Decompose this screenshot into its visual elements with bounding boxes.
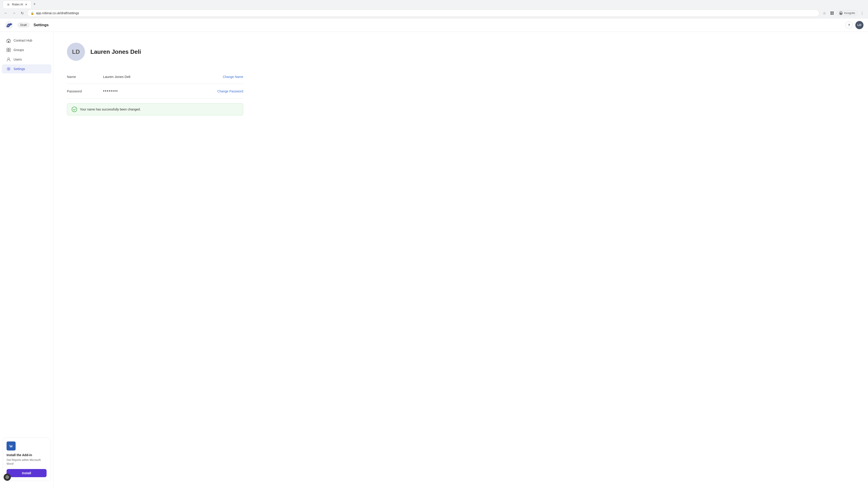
- draft-badge[interactable]: Draft: [17, 22, 30, 28]
- name-value: Lauren Jones Deli: [103, 75, 223, 78]
- change-password-link[interactable]: Change Password: [217, 90, 243, 93]
- svg-rect-11: [8, 41, 9, 42]
- incognito-label: Incognito: [844, 11, 855, 15]
- reload-button[interactable]: ↻: [19, 10, 25, 16]
- chat-widget-button[interactable]: [4, 474, 11, 481]
- sidebar-item-contract-hub[interactable]: Contract Hub: [2, 36, 51, 45]
- sidebar-item-settings[interactable]: Settings: [2, 64, 51, 73]
- password-label: Password: [67, 89, 103, 93]
- user-avatar-button[interactable]: LD: [855, 21, 864, 29]
- settings-row-password: Password •••••••• Change Password: [67, 84, 243, 99]
- svg-point-21: [7, 477, 8, 478]
- page-title: Settings: [33, 23, 845, 27]
- svg-rect-5: [832, 13, 834, 15]
- sidebar-label-groups: Groups: [13, 48, 24, 52]
- sidebar-label-contract-hub: Contract Hub: [13, 39, 32, 42]
- word-icon: W: [6, 442, 16, 451]
- change-name-link[interactable]: Change Name: [223, 75, 243, 78]
- svg-rect-3: [832, 11, 834, 13]
- success-message: Your name has successfully been changed.: [80, 107, 141, 111]
- sidebar-nav: Contract Hub Groups: [0, 35, 53, 434]
- svg-rect-13: [9, 48, 10, 50]
- addon-title: Install the Add-in: [6, 453, 46, 457]
- tab-close-button[interactable]: ✕: [25, 3, 28, 6]
- svg-text:W: W: [9, 445, 13, 448]
- settings-row-name: Name Lauren Jones Deli Change Name: [67, 70, 243, 84]
- svg-point-9: [10, 23, 11, 24]
- main-content: LD Lauren Jones Deli Name Lauren Jones D…: [53, 32, 868, 488]
- svg-rect-15: [9, 50, 10, 52]
- sidebar-item-groups[interactable]: Groups: [2, 45, 51, 55]
- svg-rect-14: [7, 50, 8, 52]
- profile-avatar: LD: [67, 43, 85, 61]
- svg-point-16: [8, 58, 9, 60]
- incognito-badge: Incognito: [837, 10, 858, 16]
- extensions-button[interactable]: [829, 10, 835, 16]
- back-button[interactable]: ←: [3, 10, 9, 16]
- svg-rect-4: [831, 13, 832, 15]
- bookmark-button[interactable]: ☆: [821, 10, 828, 16]
- forward-button[interactable]: →: [11, 10, 17, 16]
- tab-title: Robin AI: [12, 3, 23, 6]
- sidebar-item-users[interactable]: Users: [2, 55, 51, 64]
- help-button[interactable]: ?: [845, 22, 852, 29]
- user-icon: [6, 57, 11, 62]
- tab-favicon-icon: R: [6, 3, 10, 6]
- svg-rect-12: [7, 48, 8, 50]
- svg-point-7: [840, 12, 841, 13]
- url-input[interactable]: [36, 11, 816, 15]
- sidebar: Contract Hub Groups: [0, 32, 53, 488]
- addon-description: Get Reports within Microsoft Word!: [6, 458, 46, 466]
- new-tab-button[interactable]: +: [31, 2, 37, 6]
- settings-table: Name Lauren Jones Deli Change Name Passw…: [67, 70, 243, 99]
- app-logo-icon: [4, 21, 13, 30]
- grid-icon: [6, 48, 11, 52]
- profile-name: Lauren Jones Deli: [90, 48, 141, 55]
- app-header: Draft Settings ? LD: [0, 18, 868, 32]
- address-bar: 🔒: [27, 9, 819, 17]
- name-label: Name: [67, 75, 103, 78]
- sidebar-label-settings: Settings: [13, 67, 25, 71]
- install-button[interactable]: Install: [6, 469, 46, 477]
- profile-section: LD Lauren Jones Deli: [67, 43, 855, 61]
- app-body: Contract Hub Groups: [0, 32, 868, 488]
- gear-icon: [6, 67, 11, 71]
- password-value: ••••••••: [103, 89, 217, 94]
- menu-button[interactable]: ⋮: [859, 10, 865, 16]
- secure-icon: 🔒: [31, 11, 34, 15]
- home-icon: [6, 38, 11, 43]
- svg-point-17: [8, 68, 9, 70]
- sidebar-label-users: Users: [13, 58, 22, 61]
- success-banner: Your name has successfully been changed.: [67, 103, 243, 116]
- browser-tab[interactable]: R Robin AI ✕: [3, 0, 31, 8]
- svg-rect-2: [831, 11, 832, 13]
- success-check-icon: [72, 107, 77, 112]
- svg-text:R: R: [8, 4, 9, 6]
